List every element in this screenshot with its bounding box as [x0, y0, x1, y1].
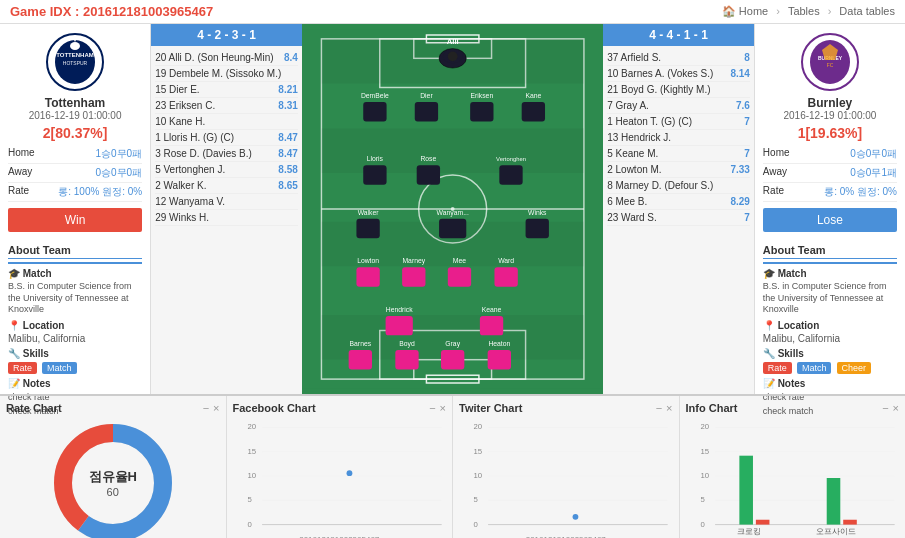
skills-label-left: 🔧 Skills — [8, 348, 142, 359]
svg-text:5: 5 — [700, 495, 704, 504]
svg-text:Gray: Gray — [445, 340, 460, 348]
right-skills: Rate Match Cheer — [763, 361, 897, 374]
svg-rect-27 — [415, 102, 438, 121]
svg-rect-61 — [441, 350, 464, 369]
tables-link[interactable]: Tables — [788, 5, 820, 18]
left-team-name: Tottenham — [8, 96, 142, 110]
left-match-text: B.S. in Computer Science from the Univer… — [8, 281, 142, 316]
right-player-row: 21 Boyd G. (Kightly M.) — [607, 82, 750, 98]
facebook-chart-panel: Facebook Chart − × 20 15 10 5 0 — [227, 396, 454, 538]
right-notes-label: 📝 Notes — [763, 378, 897, 389]
right-about-team-title: About Team — [763, 244, 897, 259]
svg-rect-18 — [321, 128, 583, 173]
svg-text:0: 0 — [247, 520, 251, 529]
svg-rect-37 — [499, 165, 522, 184]
twitter-chart-minimize[interactable]: − — [656, 402, 662, 414]
svg-text:DemBele: DemBele — [361, 92, 389, 99]
info-chart-close[interactable]: × — [893, 402, 899, 414]
svg-rect-29 — [470, 102, 493, 121]
svg-text:0: 0 — [700, 520, 704, 529]
svg-text:Vertonghen: Vertonghen — [496, 156, 526, 162]
svg-rect-41 — [439, 219, 466, 238]
info-chart-minimize[interactable]: − — [882, 402, 888, 414]
left-home-stat: Home 1승0무0패 — [8, 145, 142, 164]
left-player-row: 2 Walker K.8.65 — [155, 178, 298, 194]
svg-point-82 — [346, 470, 352, 476]
left-away-stat: Away 0승0무0패 — [8, 164, 142, 183]
right-lineup-panel: 4 - 4 - 1 - 1 37 Arfield S.810 Barnes A.… — [603, 24, 754, 394]
facebook-chart-area: 20 15 10 5 0 — [233, 418, 447, 538]
svg-text:Kane: Kane — [525, 92, 541, 99]
right-player-row: 37 Arfield S.8 — [607, 50, 750, 66]
left-player-row: 5 Vertonghen J.8.58 — [155, 162, 298, 178]
navigation: 🏠 Home › Tables › Data tables — [722, 5, 895, 18]
info-chart-panel: Info Chart − × 20 15 10 5 0 — [680, 396, 906, 538]
twitter-chart-area: 20 15 10 5 0 201612181003965467 — [459, 418, 673, 538]
left-player-row: 3 Rose D. (Davies B.)8.47 — [155, 146, 298, 162]
twitter-chart-header: Twiter Chart − × — [459, 402, 673, 414]
svg-rect-49 — [448, 267, 471, 286]
svg-text:Lowton: Lowton — [357, 257, 379, 264]
donut-label: 점유율H 60 — [89, 468, 137, 498]
win-button[interactable]: Win — [8, 208, 142, 232]
svg-text:Eriksen: Eriksen — [470, 92, 493, 99]
svg-rect-63 — [487, 350, 510, 369]
about-team-title: About Team — [8, 244, 142, 259]
datatables-link[interactable]: Data tables — [839, 5, 895, 18]
svg-text:15: 15 — [474, 447, 483, 456]
rate-chart-header: Rate Chart − × — [6, 402, 220, 414]
svg-text:Lloris: Lloris — [367, 155, 384, 162]
twitter-chart-panel: Twiter Chart − × 20 15 10 5 0 — [453, 396, 680, 538]
rate-chart-title: Rate Chart — [6, 402, 62, 414]
svg-rect-35 — [417, 165, 440, 184]
svg-text:Rose: Rose — [420, 155, 436, 162]
right-player-row: 1 Heaton T. (G) (C)7 — [607, 114, 750, 130]
facebook-chart-header: Facebook Chart − × — [233, 402, 447, 414]
left-player-row: 23 Eriksen C.8.31 — [155, 98, 298, 114]
svg-text:10: 10 — [247, 471, 256, 480]
svg-text:Barnes: Barnes — [349, 340, 371, 347]
twitter-chart-close[interactable]: × — [666, 402, 672, 414]
right-team-logo: BURNLEY FC — [800, 32, 860, 92]
right-player-row: 7 Gray A.7.6 — [607, 98, 750, 114]
svg-text:Boyd: Boyd — [399, 340, 415, 348]
svg-rect-47 — [402, 267, 425, 286]
facebook-chart-close[interactable]: × — [440, 402, 446, 414]
left-team-date: 2016-12-19 01:00:00 — [8, 110, 142, 121]
svg-text:Heaton: Heaton — [488, 340, 510, 347]
left-player-row: 20 Alli D. (Son Heung-Min)8.4 — [155, 50, 298, 66]
soccer-field: Alli DemBele Dier Erikse — [302, 24, 603, 394]
location-icon-label: 📍 Location — [8, 320, 142, 331]
facebook-chart-controls: − × — [429, 402, 446, 414]
svg-text:15: 15 — [247, 447, 256, 456]
svg-text:HOTSPUR: HOTSPUR — [63, 60, 88, 66]
right-rate-stat: Rate 롱: 0% 원정: 0% — [763, 183, 897, 202]
svg-text:15: 15 — [700, 447, 709, 456]
svg-text:Walker: Walker — [357, 209, 379, 216]
right-match-icon-label: 🎓 Match — [763, 268, 897, 279]
svg-text:FC: FC — [827, 62, 834, 68]
rate-chart-close[interactable]: × — [213, 402, 219, 414]
facebook-chart-title: Facebook Chart — [233, 402, 316, 414]
info-chart-title: Info Chart — [686, 402, 738, 414]
twitter-chart-controls: − × — [656, 402, 673, 414]
rate-chart-panel: Rate Chart − × — [0, 396, 227, 538]
svg-text:Wanyam...: Wanyam... — [436, 209, 468, 217]
right-formation: 4 - 4 - 1 - 1 — [603, 24, 754, 46]
bottom-charts-section: Rate Chart − × — [0, 394, 905, 538]
twitter-chart-title: Twiter Chart — [459, 402, 522, 414]
home-link[interactable]: 🏠 Home — [722, 5, 768, 18]
lose-button[interactable]: Lose — [763, 208, 897, 232]
facebook-chart-minimize[interactable]: − — [429, 402, 435, 414]
svg-rect-107 — [739, 456, 753, 525]
svg-rect-43 — [525, 219, 548, 238]
rate-chart-minimize[interactable]: − — [203, 402, 209, 414]
svg-text:0: 0 — [474, 520, 478, 529]
svg-rect-39 — [356, 219, 379, 238]
notes-label-left: 📝 Notes — [8, 378, 142, 389]
top-bar: Game IDX : 201612181003965467 🏠 Home › T… — [0, 0, 905, 24]
svg-rect-55 — [480, 316, 503, 335]
svg-point-4 — [70, 42, 80, 50]
left-player-row: 29 Winks H. — [155, 210, 298, 226]
svg-point-24 — [448, 52, 458, 62]
